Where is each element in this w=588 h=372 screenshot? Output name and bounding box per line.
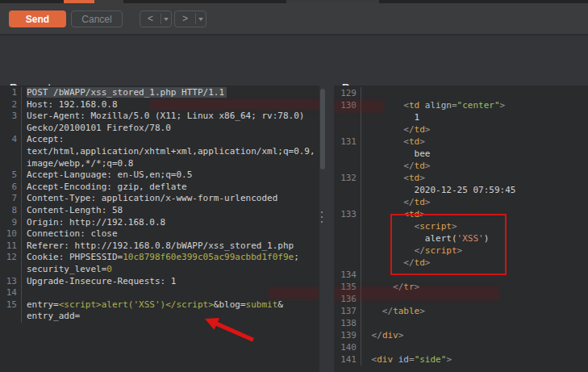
line-number: 138 [334, 317, 361, 329]
line-number [334, 148, 361, 160]
forward-dropdown-icon[interactable] [196, 18, 206, 21]
response-line: 129 [334, 87, 588, 99]
history-forward-button[interactable]: > [174, 10, 206, 27]
line-number: 129 [334, 87, 361, 99]
response-line: </td> [334, 123, 588, 136]
request-line: 6Accept-Encoding: gzip, deflate [0, 182, 319, 194]
line-number [334, 184, 361, 196]
request-line: 3User-Agent: Mozilla/5.0 (X11; Linux x86… [0, 111, 319, 123]
line-number: 9 [0, 217, 22, 229]
cancel-button[interactable]: Cancel [71, 10, 123, 27]
line-number [0, 158, 22, 170]
repeater-toolbar: Send Cancel < > [0, 3, 588, 36]
response-panel: Response PrettyRawRender\nActions 129130… [334, 36, 588, 372]
response-line: 2020-12-25 07:59:45 [334, 184, 588, 196]
response-line: 138 [334, 317, 588, 329]
request-line: 14 [0, 287, 319, 299]
response-line: 141 <div id="side"> [334, 353, 588, 366]
request-scrollbar[interactable] [319, 86, 326, 372]
request-line: 7Content-Type: application/x-www-form-ur… [0, 193, 319, 205]
splitter-handle-icon[interactable] [320, 211, 323, 223]
line-number: 130 [334, 99, 361, 111]
response-editor[interactable]: 129130 <td align="center"> 1 </td>131 <t… [334, 86, 588, 372]
line-number: 8 [0, 205, 22, 217]
line-number: 133 [334, 208, 361, 220]
request-line: 13Upgrade-Insecure-Requests: 1 [0, 276, 319, 288]
history-back-button[interactable]: < [140, 10, 172, 27]
line-number: 141 [334, 353, 361, 366]
line-number: 4 [0, 134, 22, 146]
request-line: 2Host: 192.168.0.8 [0, 99, 319, 111]
line-number: 14 [0, 287, 22, 299]
response-line: </td> [334, 196, 588, 208]
send-button[interactable]: Send [9, 10, 66, 27]
request-line: entry_add= [0, 311, 319, 323]
response-line: 130 <td align="center"> [334, 99, 588, 111]
line-number: 7 [0, 193, 22, 205]
request-line: 9Origin: http://192.168.0.8 [0, 217, 319, 229]
response-line: 132 <td> [334, 172, 588, 184]
request-line: text/html,application/xhtml+xml,applicat… [0, 146, 319, 158]
burp-repeater-window: Send Cancel < > Request PrettyRaw\nActio… [0, 0, 588, 372]
request-line: 5Accept-Language: en-US,en;q=0.5 [0, 169, 319, 182]
line-number [0, 311, 22, 323]
request-line: image/webp,*/*;q=0.8 [0, 158, 319, 170]
line-number [334, 245, 361, 257]
request-line: security_level=0 [0, 264, 319, 276]
line-number [334, 196, 361, 208]
line-number: 10 [0, 228, 22, 240]
line-number [334, 220, 361, 232]
line-number: 6 [0, 182, 22, 194]
back-dropdown-icon[interactable] [161, 18, 171, 21]
request-panel: Request PrettyRaw\nActions 1POST /bWAPP/… [0, 36, 319, 372]
response-line: 135 </tr> [334, 281, 588, 293]
request-line: 15entry=<script>alert('XSS')</script>&bl… [0, 299, 319, 311]
request-line: 12Cookie: PHPSESSID=10c8798f60e399c05ac9… [0, 252, 319, 264]
line-number: 15 [0, 299, 22, 311]
line-number: 136 [334, 293, 361, 305]
back-arrow-icon: < [140, 11, 161, 27]
line-number: 139 [334, 329, 361, 341]
line-number [334, 232, 361, 245]
response-line: 131 <td> [334, 136, 588, 148]
panel-splitter[interactable] [326, 36, 334, 372]
line-number: 11 [0, 240, 22, 253]
line-number: 12 [0, 252, 22, 264]
line-number: 137 [334, 305, 361, 317]
response-line: </td> [334, 160, 588, 172]
request-editor[interactable]: 1POST /bWAPP/xss_stored_1.php HTTP/1.12H… [0, 86, 319, 372]
request-line: 8Content-Length: 58 [0, 205, 319, 217]
response-line: bee [334, 148, 588, 160]
line-number [334, 257, 361, 269]
line-number [334, 160, 361, 172]
line-number [334, 123, 361, 136]
request-scrollbar-thumb[interactable] [320, 89, 325, 169]
request-line: Gecko/20100101 Firefox/78.0 [0, 123, 319, 135]
request-line: 11Referer: http://192.168.0.8/bWAPP/xss_… [0, 240, 319, 253]
response-line: 1 [334, 111, 588, 123]
line-number: 2 [0, 99, 22, 111]
line-number [0, 146, 22, 158]
line-number: 1 [0, 87, 22, 99]
line-number: 3 [0, 111, 22, 123]
line-number [0, 123, 22, 135]
request-line: 10Connection: close [0, 228, 319, 240]
line-number: 140 [334, 341, 361, 353]
red-highlight-box [390, 214, 507, 275]
response-line: 139 </div> [334, 329, 588, 341]
line-number: 132 [334, 172, 361, 184]
line-number [334, 111, 361, 123]
response-line: 140 [334, 341, 588, 353]
line-number [0, 264, 22, 276]
line-number: 131 [334, 136, 361, 148]
forward-arrow-icon: > [175, 11, 195, 27]
response-line: 136 [334, 293, 588, 305]
line-number: 134 [334, 269, 361, 281]
line-number: 135 [334, 281, 361, 293]
line-number: 13 [0, 276, 22, 288]
response-line: 137 </table> [334, 305, 588, 317]
line-number: 5 [0, 169, 22, 182]
request-line: 4Accept: [0, 134, 319, 146]
request-line: 1POST /bWAPP/xss_stored_1.php HTTP/1.1 [0, 87, 319, 99]
